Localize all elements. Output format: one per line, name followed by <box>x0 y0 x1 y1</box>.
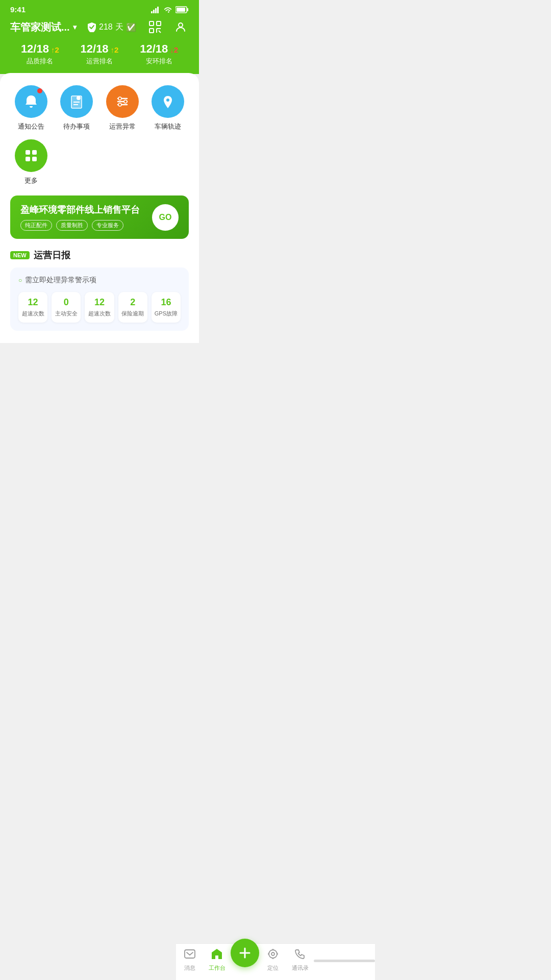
app-title: 车管家测试... <box>10 20 70 34</box>
daily-report-card: 需立即处理异常警示项 12 超速次数 0 主动安全 12 超速次数 2 保险逾期 <box>10 267 189 331</box>
banner-tag-1: 纯正配件 <box>20 220 52 231</box>
status-time: 9:41 <box>10 5 26 14</box>
svg-point-15 <box>77 96 81 100</box>
svg-rect-8 <box>157 21 161 26</box>
anomaly-icon-bg <box>106 85 139 118</box>
profile-button[interactable] <box>172 19 189 35</box>
svg-rect-7 <box>149 21 154 26</box>
app-header: 车管家测试... ▾ 218 天 ✅ <box>0 17 199 74</box>
operation-change: ↑2 <box>111 45 119 54</box>
safety-date: 12/18 <box>140 42 168 56</box>
stat-gps[interactable]: 16 GPS故障 <box>152 292 181 323</box>
svg-rect-6 <box>177 8 185 12</box>
svg-rect-27 <box>26 157 30 161</box>
header-top: 车管家测试... ▾ 218 天 ✅ <box>10 19 189 35</box>
main-card: 通知公告 待办事项 <box>0 73 199 343</box>
svg-rect-0 <box>151 11 153 13</box>
header-action-icons <box>147 19 189 35</box>
svg-point-13 <box>179 23 183 27</box>
stat-speeding2-value: 12 <box>87 297 112 308</box>
daily-report-title-row: NEW 运营日报 <box>10 249 189 261</box>
notification-dot <box>37 88 42 93</box>
wifi-icon <box>163 6 172 13</box>
days-unit: 天 <box>115 22 123 33</box>
svg-point-24 <box>166 99 169 102</box>
quick-action-track[interactable]: 车辆轨迹 <box>147 85 189 131</box>
svg-rect-5 <box>187 8 189 11</box>
svg-rect-9 <box>149 29 154 33</box>
scan-button[interactable] <box>147 19 163 35</box>
quality-change: ↑2 <box>51 45 59 54</box>
stat-active-safety-value: 0 <box>54 297 79 308</box>
ranking-quality[interactable]: 12/18 ↑2 品质排名 <box>10 42 70 66</box>
track-icon-bg <box>152 85 184 118</box>
rankings-section: 12/18 ↑2 品质排名 12/18 ↑2 运营排名 12/18 ↓2 安环排… <box>10 42 189 66</box>
operation-label: 运营排名 <box>70 57 130 66</box>
stat-gps-value: 16 <box>154 297 179 308</box>
svg-rect-3 <box>157 7 159 13</box>
stat-insurance-value: 2 <box>120 297 145 308</box>
stat-speeding-label: 超速次数 <box>20 310 45 317</box>
dropdown-arrow: ▾ <box>73 23 77 31</box>
anomaly-label: 运营异常 <box>109 122 136 131</box>
status-bar: 9:41 <box>0 0 199 17</box>
certified-icon: ✅ <box>126 22 136 32</box>
stat-gps-label: GPS故障 <box>154 310 179 317</box>
notification-label: 通知公告 <box>18 122 44 131</box>
days-badge: 218 天 ✅ <box>87 22 136 33</box>
signal-icon <box>151 6 160 13</box>
svg-point-21 <box>118 97 121 100</box>
stat-insurance-label: 保险逾期 <box>120 310 145 317</box>
quality-label: 品质排名 <box>10 57 70 66</box>
stat-active-safety-label: 主动安全 <box>54 310 79 317</box>
banner-tag-2: 质量制胜 <box>56 220 88 231</box>
quick-action-anomaly[interactable]: 运营异常 <box>102 85 143 131</box>
report-stats-grid: 12 超速次数 0 主动安全 12 超速次数 2 保险逾期 16 GPS故障 <box>18 292 181 323</box>
svg-point-22 <box>124 100 127 103</box>
svg-rect-26 <box>32 150 37 155</box>
more-icon-bg <box>15 139 47 172</box>
stat-active-safety[interactable]: 0 主动安全 <box>52 292 81 323</box>
more-label: 更多 <box>24 176 38 185</box>
shield-icon <box>87 22 96 32</box>
svg-rect-25 <box>26 150 30 155</box>
header-title-section[interactable]: 车管家测试... ▾ <box>10 20 77 34</box>
banner-content: 盈峰环境零部件线上销售平台 纯正配件 质量制胜 专业服务 <box>20 204 140 231</box>
stat-speeding-value: 12 <box>20 297 45 308</box>
ranking-operation[interactable]: 12/18 ↑2 运营排名 <box>70 42 130 66</box>
svg-rect-1 <box>153 10 155 13</box>
promo-banner[interactable]: 盈峰环境零部件线上销售平台 纯正配件 质量制胜 专业服务 GO <box>10 195 189 239</box>
todo-icon-bg <box>60 85 93 118</box>
svg-line-12 <box>159 31 161 33</box>
battery-icon <box>176 6 189 13</box>
stat-speeding[interactable]: 12 超速次数 <box>18 292 47 323</box>
banner-go-button[interactable]: GO <box>152 204 179 231</box>
new-badge: NEW <box>10 251 30 259</box>
quick-action-notification[interactable]: 通知公告 <box>10 85 52 131</box>
banner-tags: 纯正配件 质量制胜 专业服务 <box>20 220 140 231</box>
todo-label: 待办事项 <box>63 122 90 131</box>
banner-title: 盈峰环境零部件线上销售平台 <box>20 204 140 216</box>
quick-action-todo[interactable]: 待办事项 <box>56 85 98 131</box>
stat-insurance[interactable]: 2 保险逾期 <box>118 292 147 323</box>
safety-change: ↓2 <box>170 45 178 54</box>
svg-point-23 <box>118 103 121 106</box>
stat-speeding2-label: 超速次数 <box>87 310 112 317</box>
report-subtitle: 需立即处理异常警示项 <box>18 276 181 285</box>
status-icons <box>151 6 189 13</box>
svg-rect-2 <box>155 8 157 13</box>
operation-date: 12/18 <box>81 42 109 56</box>
notification-icon-bg <box>15 85 47 118</box>
svg-rect-28 <box>32 157 37 161</box>
daily-report-title: 运营日报 <box>34 249 70 261</box>
stat-speeding2[interactable]: 12 超速次数 <box>85 292 114 323</box>
banner-tag-3: 专业服务 <box>92 220 123 231</box>
quick-action-more[interactable]: 更多 <box>10 139 52 185</box>
quick-actions-grid: 通知公告 待办事项 <box>10 85 189 185</box>
track-label: 车辆轨迹 <box>155 122 181 131</box>
quality-date: 12/18 <box>21 42 49 56</box>
safety-label: 安环排名 <box>129 57 189 66</box>
days-count: 218 <box>99 22 113 32</box>
ranking-safety[interactable]: 12/18 ↓2 安环排名 <box>129 42 189 66</box>
